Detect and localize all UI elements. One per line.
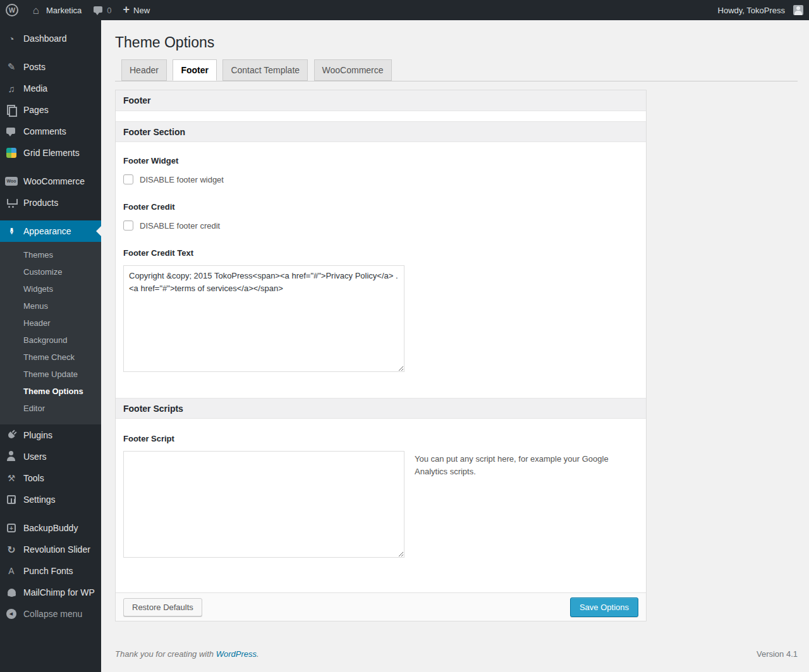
sidebar-item-plugins[interactable]: Plugins [0, 424, 101, 446]
footer-scripts-header: Footer Scripts [116, 398, 646, 419]
checkbox-label-text: DISABLE footer widget [140, 175, 224, 184]
sidebar-item-users[interactable]: Users [0, 446, 101, 467]
disable-footer-credit-row[interactable]: DISABLE footer credit [123, 220, 638, 231]
sidebar-item-label: Posts [23, 62, 46, 72]
tab-footer[interactable]: Footer [173, 59, 217, 81]
pages-icon [5, 104, 18, 116]
panel-title-bar: Footer [116, 90, 646, 111]
sidebar-item-grid-elements[interactable]: Grid Elements [0, 142, 101, 164]
footer-credit-text-textarea[interactable]: Copyright &copy; 2015 TokoPress<span><a … [123, 265, 404, 372]
sidebar-item-label: Users [23, 452, 47, 462]
panel-gap [116, 111, 646, 121]
submenu-item-menus[interactable]: Menus [0, 297, 101, 315]
theme-options-panel: Footer Footer Section Footer Widget DISA… [115, 90, 647, 621]
new-menu[interactable]: + New [118, 0, 156, 20]
sidebar-item-label: Appearance [23, 226, 71, 236]
sidebar-item-products[interactable]: Products [0, 192, 101, 213]
sidebar-item-label: Media [23, 83, 47, 93]
sidebar-item-backupbuddy[interactable]: BackupBuddy [0, 517, 101, 539]
sidebar-item-label: Pages [23, 105, 49, 115]
footer-script-label: Footer Script [123, 434, 638, 443]
sidebar-item-appearance[interactable]: Appearance [0, 220, 101, 242]
site-link[interactable]: Marketica [24, 0, 87, 20]
footer-thanks-text: Thank you for creating with [115, 649, 214, 659]
sidebar-item-label: Collapse menu [23, 609, 82, 619]
disable-footer-widget-checkbox[interactable] [123, 174, 133, 184]
footer-scripts-body: Footer Script You can put any script her… [116, 419, 646, 592]
footer-section-body: Footer Widget DISABLE footer widget Foot… [116, 142, 646, 398]
submenu-item-widgets[interactable]: Widgets [0, 280, 101, 297]
sidebar-item-tools[interactable]: Tools [0, 467, 101, 489]
sidebar-item-woocommerce[interactable]: WooCommerce [0, 171, 101, 192]
submenu-item-themes[interactable]: Themes [0, 246, 101, 263]
submenu-item-header[interactable]: Header [0, 315, 101, 332]
sidebar-item-posts[interactable]: Posts [0, 56, 101, 78]
save-options-button[interactable]: Save Options [570, 597, 638, 617]
comment-bubble-icon [93, 5, 103, 15]
users-icon [5, 450, 18, 463]
disable-footer-credit-checkbox[interactable] [123, 220, 133, 231]
howdy-account-menu[interactable]: Howdy, TokoPress [712, 0, 809, 20]
sidebar-item-punch-fonts[interactable]: Punch Fonts [0, 560, 101, 582]
sidebar-item-media[interactable]: Media [0, 78, 101, 99]
tab-contact-template[interactable]: Contact Template [222, 59, 308, 81]
site-name: Marketica [46, 6, 82, 15]
restore-defaults-button[interactable]: Restore Defaults [123, 598, 202, 616]
submenu-item-customize[interactable]: Customize [0, 263, 101, 280]
sidebar-item-dashboard[interactable]: Dashboard [0, 28, 101, 49]
settings-icon [5, 493, 18, 506]
font-icon [5, 565, 18, 577]
sidebar-item-label: Dashboard [23, 33, 67, 44]
sidebar-item-label: MailChimp for WP [23, 587, 95, 597]
refresh-icon [5, 543, 18, 556]
appearance-submenu: Themes Customize Widgets Menus Header Ba… [0, 242, 101, 424]
grid-elements-icon [5, 147, 18, 159]
wordpress-link[interactable]: WordPress [216, 649, 257, 659]
submenu-item-background[interactable]: Background [0, 332, 101, 349]
panel-action-bar: Restore Defaults Save Options [116, 592, 646, 621]
sidebar-item-label: Plugins [23, 430, 52, 440]
backup-icon [5, 522, 18, 534]
footer-widget-label: Footer Widget [123, 156, 638, 165]
submenu-item-theme-update[interactable]: Theme Update [0, 366, 101, 383]
sidebar-item-label: Revolution Slider [23, 544, 90, 555]
footer-credit-label: Footer Credit [123, 202, 638, 212]
submenu-item-theme-options[interactable]: Theme Options [0, 383, 101, 400]
sidebar-item-pages[interactable]: Pages [0, 99, 101, 121]
dashboard-icon [5, 32, 18, 45]
tools-icon [5, 472, 18, 484]
sidebar-item-label: Settings [23, 495, 56, 505]
wordpress-menu[interactable]: W [0, 0, 24, 20]
submenu-item-editor[interactable]: Editor [0, 400, 101, 417]
sidebar-item-settings[interactable]: Settings [0, 489, 101, 510]
sidebar-item-label: Grid Elements [23, 148, 80, 158]
collapse-icon [5, 608, 18, 620]
home-icon [30, 4, 42, 16]
tab-woocommerce[interactable]: WooCommerce [314, 59, 392, 81]
sidebar-item-comments[interactable]: Comments [0, 121, 101, 142]
comments-shortcut[interactable]: 0 [87, 0, 117, 20]
page-title: Theme Options [115, 28, 798, 58]
sidebar-item-label: Comments [23, 126, 66, 136]
submenu-item-theme-check[interactable]: Theme Check [0, 349, 101, 366]
howdy-text: Howdy, TokoPress [718, 6, 785, 15]
sidebar-separator [0, 510, 101, 517]
footer-credit-text-label: Footer Credit Text [123, 248, 638, 258]
collapse-menu-button[interactable]: Collapse menu [0, 603, 101, 625]
admin-footer: Thank you for creating with WordPress. V… [115, 649, 798, 659]
footer-thanks: Thank you for creating with WordPress. [115, 649, 259, 659]
footer-thanks-period: . [257, 649, 259, 659]
sidebar-item-label: Tools [23, 473, 44, 483]
footer-script-textarea[interactable] [123, 451, 404, 558]
disable-footer-widget-row[interactable]: DISABLE footer widget [123, 174, 638, 184]
footer-section-header: Footer Section [116, 121, 646, 142]
plugin-icon [3, 426, 20, 444]
sidebar-separator [0, 164, 101, 171]
sidebar-item-label: WooCommerce [23, 176, 85, 186]
tab-header[interactable]: Header [121, 59, 167, 81]
sidebar-item-revolution-slider[interactable]: Revolution Slider [0, 539, 101, 560]
tab-bar: Header Footer Contact Template WooCommer… [115, 58, 798, 81]
woocommerce-icon [5, 175, 18, 188]
sidebar-item-mailchimp[interactable]: MailChimp for WP [0, 582, 101, 603]
checkbox-label-text: DISABLE footer credit [140, 221, 220, 231]
